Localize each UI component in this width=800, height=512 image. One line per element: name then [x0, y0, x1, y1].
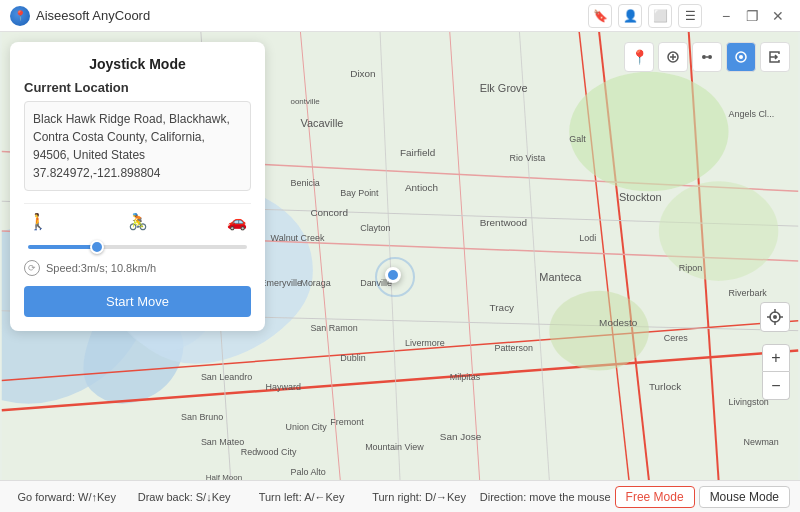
svg-text:Concord: Concord: [310, 207, 348, 218]
joystick-panel: Joystick Mode Current Location Black Haw…: [10, 42, 265, 331]
svg-text:San Jose: San Jose: [440, 431, 482, 442]
titlebar: 📍 Aiseesoft AnyCoord 🔖 👤 ⬜ ☰ − ❐ ✕: [0, 0, 800, 32]
close-button[interactable]: ✕: [766, 4, 790, 28]
status-go-forward: Go forward: W/↑Key: [10, 491, 123, 503]
svg-text:Dixon: Dixon: [350, 68, 375, 79]
status-turn-left: Turn left: A/←Key: [245, 491, 358, 503]
svg-text:Clayton: Clayton: [360, 223, 390, 233]
svg-text:Milpitas: Milpitas: [450, 372, 481, 382]
divider-1: [24, 203, 251, 204]
svg-text:Stockton: Stockton: [619, 191, 662, 203]
svg-text:Antioch: Antioch: [405, 182, 438, 193]
svg-text:Newman: Newman: [743, 437, 778, 447]
svg-text:Lodi: Lodi: [579, 233, 596, 243]
svg-text:Dublin: Dublin: [340, 353, 365, 363]
svg-text:oontville: oontville: [290, 97, 320, 106]
svg-text:Benicia: Benicia: [290, 178, 319, 188]
svg-text:Modesto: Modesto: [599, 317, 638, 328]
svg-text:San Ramon: San Ramon: [310, 323, 357, 333]
svg-text:San Bruno: San Bruno: [181, 412, 223, 422]
svg-text:Angels Cl...: Angels Cl...: [729, 109, 775, 119]
svg-text:Bay Point: Bay Point: [340, 188, 379, 198]
restore-button[interactable]: ❐: [740, 4, 764, 28]
svg-point-82: [773, 315, 777, 319]
speed-value: Speed:3m/s; 10.8km/h: [46, 262, 156, 274]
svg-point-16: [569, 72, 728, 191]
svg-text:Galt: Galt: [569, 134, 586, 144]
free-mode-button[interactable]: Free Mode: [615, 486, 695, 508]
map-location-dot: [385, 267, 401, 283]
zoom-out-button[interactable]: −: [762, 372, 790, 400]
main-content: Elk Grove Dixon Stockton Vacaville Napa …: [0, 32, 800, 480]
svg-text:Fairfield: Fairfield: [400, 147, 435, 158]
svg-text:Rio Vista: Rio Vista: [510, 153, 546, 163]
svg-text:Manteca: Manteca: [539, 271, 582, 283]
panel-title: Joystick Mode: [24, 56, 251, 72]
svg-text:Fremont: Fremont: [330, 417, 364, 427]
location-subtitle: Current Location: [24, 80, 251, 95]
svg-text:San Leandro: San Leandro: [201, 372, 252, 382]
status-turn-right: Turn right: D/→Key: [362, 491, 475, 503]
svg-text:Emeryville: Emeryville: [261, 278, 302, 288]
bike-mode-icon[interactable]: 🚴: [128, 212, 148, 231]
svg-text:Walnut Creek: Walnut Creek: [271, 233, 325, 243]
svg-point-76: [702, 55, 706, 59]
svg-point-77: [708, 55, 712, 59]
speed-indicator-icon: ⟳: [24, 260, 40, 276]
svg-text:Livermore: Livermore: [405, 338, 445, 348]
titlebar-icon-screen[interactable]: ⬜: [648, 4, 672, 28]
speed-slider-container: [24, 237, 251, 252]
window-controls: − ❐ ✕: [714, 4, 790, 28]
svg-point-80: [739, 55, 743, 59]
statusbar: Go forward: W/↑Key Draw back: S/↓Key Tur…: [0, 480, 800, 512]
svg-text:Patterson: Patterson: [495, 343, 533, 353]
svg-text:Tracy: Tracy: [490, 302, 515, 313]
svg-text:Union City: Union City: [286, 422, 328, 432]
titlebar-icon-user[interactable]: 👤: [618, 4, 642, 28]
speed-info: ⟳ Speed:3m/s; 10.8km/h: [24, 260, 251, 276]
location-address: Black Hawk Ridge Road, Blackhawk, Contra…: [24, 101, 251, 191]
app-title: Aiseesoft AnyCoord: [36, 8, 588, 23]
car-mode-icon[interactable]: 🚗: [227, 212, 247, 231]
status-direction: Direction: move the mouse: [480, 491, 611, 503]
zoom-controls: + −: [762, 344, 790, 400]
speed-modes: 🚶 🚴 🚗: [24, 212, 251, 231]
mouse-mode-button[interactable]: Mouse Mode: [699, 486, 790, 508]
svg-text:Palo Alto: Palo Alto: [290, 467, 325, 477]
minimize-button[interactable]: −: [714, 4, 738, 28]
add-waypoint-tool[interactable]: [658, 42, 688, 72]
zoom-in-button[interactable]: +: [762, 344, 790, 372]
svg-text:Hayward: Hayward: [266, 382, 301, 392]
map-toolbar: 📍: [624, 42, 790, 72]
location-pin-tool[interactable]: 📍: [624, 42, 654, 72]
walk-mode-icon[interactable]: 🚶: [28, 212, 48, 231]
svg-text:Mountain View: Mountain View: [365, 442, 424, 452]
svg-text:Ripon: Ripon: [679, 263, 702, 273]
svg-point-17: [659, 181, 778, 281]
titlebar-icon-menu[interactable]: ☰: [678, 4, 702, 28]
export-tool[interactable]: [760, 42, 790, 72]
svg-point-18: [549, 291, 649, 371]
svg-text:Turlock: Turlock: [649, 381, 681, 392]
svg-text:Redwood City: Redwood City: [241, 447, 297, 457]
svg-text:Riverbark: Riverbark: [729, 288, 768, 298]
svg-text:Brentwood: Brentwood: [480, 217, 528, 228]
svg-text:Half Moon: Half Moon: [206, 473, 242, 480]
svg-text:Moraga: Moraga: [300, 278, 330, 288]
status-draw-back: Draw back: S/↓Key: [127, 491, 240, 503]
app-icon: 📍: [10, 6, 30, 26]
titlebar-icon-bookmark[interactable]: 🔖: [588, 4, 612, 28]
joystick-tool[interactable]: [726, 42, 756, 72]
svg-text:Elk Grove: Elk Grove: [480, 82, 528, 94]
start-move-button[interactable]: Start Move: [24, 286, 251, 317]
center-location-button[interactable]: [760, 302, 790, 332]
speed-slider[interactable]: [28, 245, 247, 249]
svg-text:Ceres: Ceres: [664, 333, 688, 343]
svg-text:San Mateo: San Mateo: [201, 437, 244, 447]
multi-point-tool[interactable]: [692, 42, 722, 72]
svg-text:Vacaville: Vacaville: [300, 117, 343, 129]
